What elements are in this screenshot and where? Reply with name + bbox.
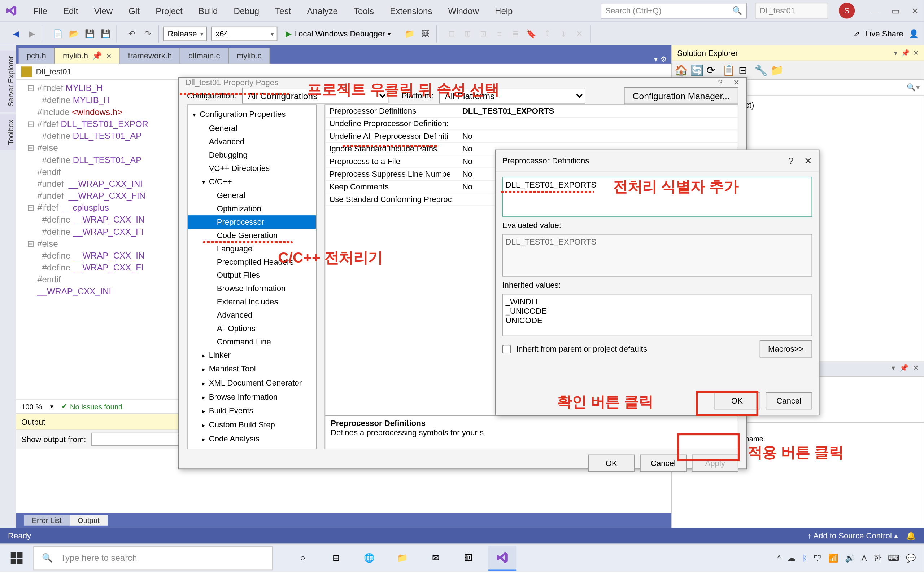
tree-item[interactable]: Code Generation xyxy=(188,229,316,242)
ppd-close-icon[interactable]: ✕ xyxy=(804,155,812,166)
breadcrumb-project[interactable]: Dll_test01 xyxy=(36,67,71,76)
tray-bluetooth-icon[interactable]: ᛒ xyxy=(802,553,807,562)
menu-tools[interactable]: Tools xyxy=(347,3,381,18)
ppd-macros-button[interactable]: Macros>> xyxy=(759,340,812,358)
menu-extensions[interactable]: Extensions xyxy=(383,3,439,18)
undo-icon[interactable]: ↶ xyxy=(125,27,138,40)
tray-keyboard-icon[interactable]: ⌨ xyxy=(888,553,899,562)
tree-item[interactable]: General xyxy=(188,121,316,135)
tb-icon-4[interactable]: ⊞ xyxy=(461,27,474,40)
tray-volume-icon[interactable]: 🔊 xyxy=(845,553,855,562)
tree-item[interactable]: External Includes xyxy=(188,295,316,308)
platform-dropdown[interactable]: x64 xyxy=(211,26,277,41)
zoom-level[interactable]: 100 % xyxy=(21,403,42,410)
tb-icon-9[interactable]: ⤵ xyxy=(557,27,570,40)
menu-git[interactable]: Git xyxy=(122,3,146,18)
menu-debug[interactable]: Debug xyxy=(227,3,266,18)
source-control-button[interactable]: ↑ Add to Source Control ▴ xyxy=(808,531,898,541)
tree-item[interactable]: Preprocessor xyxy=(188,215,316,229)
user-avatar[interactable]: S xyxy=(839,3,855,18)
tb-icon-1[interactable]: 📁 xyxy=(403,27,416,40)
tb-icon-2[interactable]: 🖼 xyxy=(419,27,432,40)
tb-icon-5[interactable]: ⊡ xyxy=(477,27,490,40)
tab-overflow-icon[interactable]: ▾ xyxy=(654,55,658,64)
pin-icon[interactable]: 📌 xyxy=(92,51,102,61)
se-show-all-icon[interactable]: 📁 xyxy=(770,63,783,77)
task-edge-icon[interactable]: 🌐 xyxy=(355,545,383,571)
tray-lang-icon[interactable]: 한 xyxy=(874,553,881,564)
se-refresh-icon[interactable]: ⟳ xyxy=(706,63,720,77)
config-dropdown[interactable]: Release xyxy=(163,26,207,41)
tree-item[interactable]: ▸Manifest Tool xyxy=(188,362,316,376)
tab-pch[interactable]: pch.h xyxy=(19,48,55,64)
props-close-icon[interactable]: ✕ xyxy=(913,364,919,375)
tree-item[interactable]: Browse Information xyxy=(188,282,316,295)
menu-project[interactable]: Project xyxy=(149,3,189,18)
menu-view[interactable]: View xyxy=(87,3,119,18)
task-vs-icon[interactable] xyxy=(488,545,516,571)
tree-item[interactable]: ▸Browse Information xyxy=(188,390,316,404)
live-share-label[interactable]: Live Share xyxy=(865,29,903,38)
tree-item[interactable]: ▸Code Analysis xyxy=(188,432,316,446)
error-list-tab[interactable]: Error List xyxy=(24,515,69,525)
se-sync-icon[interactable]: 🔄 xyxy=(690,63,704,77)
ppd-help-icon[interactable]: ? xyxy=(788,155,793,166)
panel-close-icon[interactable]: ✕ xyxy=(913,49,919,56)
se-copy-icon[interactable]: 📋 xyxy=(722,63,736,77)
menu-file[interactable]: File xyxy=(27,3,54,18)
menu-test[interactable]: Test xyxy=(268,3,298,18)
task-taskview-icon[interactable]: ⊞ xyxy=(322,545,350,571)
notifications-icon[interactable]: 🔔 xyxy=(906,531,916,541)
tray-notifications-icon[interactable]: 💬 xyxy=(906,553,916,562)
menu-edit[interactable]: Edit xyxy=(57,3,85,18)
tab-close-icon[interactable]: ✕ xyxy=(106,52,111,60)
forward-button[interactable]: ▶ xyxy=(25,27,39,40)
tree-item[interactable]: VC++ Directories xyxy=(188,161,316,175)
output-tab[interactable]: Output xyxy=(69,515,108,525)
tree-item[interactable]: ▸Build Events xyxy=(188,404,316,418)
server-explorer-tab[interactable]: Server Explorer xyxy=(0,50,16,112)
tb-icon-10[interactable]: ✕ xyxy=(572,27,586,40)
menu-window[interactable]: Window xyxy=(441,3,485,18)
live-share-icon[interactable]: ⇗ xyxy=(853,29,860,38)
tab-dllmain[interactable]: dllmain.c xyxy=(181,48,228,64)
menu-build[interactable]: Build xyxy=(192,3,225,18)
global-search[interactable]: Search (Ctrl+Q) 🔍 xyxy=(601,3,747,18)
menu-help[interactable]: Help xyxy=(488,3,519,18)
tab-mylib-h[interactable]: mylib.h📌✕ xyxy=(55,48,120,64)
save-icon[interactable]: 💾 xyxy=(83,27,96,40)
close-icon[interactable]: ✕ xyxy=(911,6,919,16)
play-icon[interactable]: ▶ xyxy=(286,29,292,38)
tree-item[interactable]: Language xyxy=(188,242,316,255)
tree-item[interactable]: ▾C/C++ xyxy=(188,175,316,189)
tree-item[interactable]: Optimization xyxy=(188,202,316,215)
bookmark-icon[interactable]: 🔖 xyxy=(525,27,538,40)
pp-ok-button[interactable]: OK xyxy=(588,455,635,472)
redo-icon[interactable]: ↷ xyxy=(141,27,155,40)
feedback-icon[interactable]: 👤 xyxy=(909,29,919,38)
start-button[interactable] xyxy=(3,545,30,571)
se-collapse-icon[interactable]: ⊟ xyxy=(738,63,752,77)
tree-item[interactable]: Debugging xyxy=(188,148,316,161)
tree-item[interactable]: Command Line xyxy=(188,335,316,348)
dialog-help-icon[interactable]: ? xyxy=(718,78,722,87)
dialog-close-icon[interactable]: ✕ xyxy=(733,78,740,87)
se-home-icon[interactable]: 🏠 xyxy=(675,63,688,77)
ppd-input[interactable]: DLL_TEST01_EXPORTS xyxy=(502,177,812,217)
tree-item[interactable]: ▸XML Document Generator xyxy=(188,376,316,390)
tree-item[interactable]: Output Files xyxy=(188,269,316,282)
tree-item[interactable]: ▸Custom Build Step xyxy=(188,418,316,432)
pp-apply-button[interactable]: Apply xyxy=(692,455,738,472)
tb-icon-8[interactable]: ⤴ xyxy=(541,27,554,40)
props-dropdown-icon[interactable]: ▾ xyxy=(892,364,895,375)
taskbar-search[interactable]: 🔍 Type here to search xyxy=(33,546,273,570)
tray-onedrive-icon[interactable]: ☁ xyxy=(788,553,795,562)
pp-cancel-button[interactable]: Cancel xyxy=(640,455,687,472)
ppd-inherit-checkbox[interactable] xyxy=(502,345,511,353)
panel-dropdown-icon[interactable]: ▾ xyxy=(894,49,897,56)
debug-target[interactable]: Local Windows Debugger xyxy=(294,29,385,38)
open-icon[interactable]: 📂 xyxy=(67,27,81,40)
tray-network-icon[interactable]: 📶 xyxy=(828,553,838,562)
property-grid-row[interactable]: Undefine Preprocessor Definition: xyxy=(325,118,738,130)
tree-item[interactable]: Advanced xyxy=(188,308,316,322)
